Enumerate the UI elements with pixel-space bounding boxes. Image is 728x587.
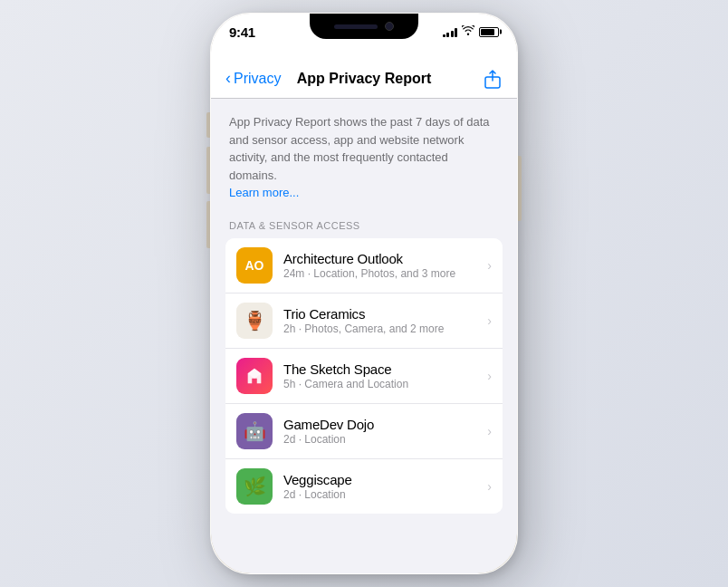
app-detail: 24m · Location, Photos, and 3 more bbox=[283, 267, 487, 280]
share-icon bbox=[483, 69, 503, 89]
section-header: DATA & SENSOR ACCESS bbox=[211, 215, 517, 238]
list-item[interactable]: 🌿 Veggiscape 2d · Location › bbox=[225, 459, 503, 514]
app-info: Architecture Outlook 24m · Location, Pho… bbox=[283, 251, 487, 280]
chevron-right-icon: › bbox=[487, 313, 492, 328]
page-title: App Privacy Report bbox=[295, 71, 434, 87]
learn-more-link[interactable]: Learn more... bbox=[229, 186, 299, 199]
chevron-right-icon: › bbox=[487, 369, 492, 383]
app-name: GameDev Dojo bbox=[283, 417, 487, 432]
description-box: App Privacy Report shows the past 7 days… bbox=[211, 99, 517, 215]
app-name: Trio Ceramics bbox=[283, 306, 487, 322]
app-info: Veggiscape 2d · Location bbox=[283, 472, 487, 501]
app-name: The Sketch Space bbox=[283, 361, 487, 377]
description-text: App Privacy Report shows the past 7 days… bbox=[229, 113, 499, 202]
chevron-left-icon: ‹ bbox=[225, 70, 231, 86]
app-name: Architecture Outlook bbox=[283, 251, 487, 266]
status-icons bbox=[443, 24, 500, 38]
chevron-right-icon: › bbox=[487, 424, 492, 438]
app-detail: 2h · Photos, Camera, and 2 more bbox=[283, 322, 487, 335]
app-icon-veggiscape: 🌿 bbox=[236, 468, 273, 505]
back-label: Privacy bbox=[234, 71, 281, 87]
navigation-bar: ‹ Privacy App Privacy Report bbox=[211, 59, 517, 99]
app-icon-architecture: AO bbox=[236, 247, 273, 284]
camera-dot bbox=[385, 22, 394, 31]
app-detail: 2d · Location bbox=[283, 433, 487, 446]
screen: 9:41 bbox=[211, 14, 517, 573]
phone-mockup: 9:41 bbox=[210, 13, 518, 574]
list-item[interactable]: 🏺 Trio Ceramics 2h · Photos, Camera, and… bbox=[225, 294, 503, 349]
app-list: AO Architecture Outlook 24m · Location, … bbox=[225, 238, 503, 514]
list-item[interactable]: AO Architecture Outlook 24m · Location, … bbox=[225, 238, 503, 294]
chevron-right-icon: › bbox=[487, 258, 492, 273]
status-time: 9:41 bbox=[229, 24, 255, 40]
status-bar: 9:41 bbox=[211, 14, 517, 59]
chevron-right-icon: › bbox=[487, 479, 492, 494]
notch bbox=[310, 14, 418, 39]
app-info: Trio Ceramics 2h · Photos, Camera, and 2… bbox=[283, 306, 487, 335]
list-item[interactable]: 🤖 GameDev Dojo 2d · Location › bbox=[225, 404, 503, 459]
signal-icon bbox=[443, 27, 458, 37]
app-name: Veggiscape bbox=[283, 472, 487, 487]
app-info: The Sketch Space 5h · Camera and Locatio… bbox=[283, 361, 487, 390]
speaker bbox=[334, 24, 378, 29]
app-icon-trio: 🏺 bbox=[236, 303, 273, 339]
app-icon-sketch bbox=[236, 358, 273, 394]
app-detail: 5h · Camera and Location bbox=[283, 378, 487, 390]
phone-body: 9:41 bbox=[210, 13, 518, 574]
app-icon-gamedev: 🤖 bbox=[236, 413, 273, 449]
power-button bbox=[518, 156, 522, 221]
back-button[interactable]: ‹ Privacy bbox=[225, 71, 295, 87]
list-item[interactable]: The Sketch Space 5h · Camera and Locatio… bbox=[225, 349, 503, 404]
wifi-icon bbox=[462, 25, 474, 38]
app-detail: 2d · Location bbox=[283, 488, 487, 501]
battery-icon bbox=[479, 27, 499, 37]
content-area: App Privacy Report shows the past 7 days… bbox=[211, 99, 517, 514]
share-button[interactable] bbox=[434, 69, 503, 89]
app-info: GameDev Dojo 2d · Location bbox=[283, 417, 487, 446]
